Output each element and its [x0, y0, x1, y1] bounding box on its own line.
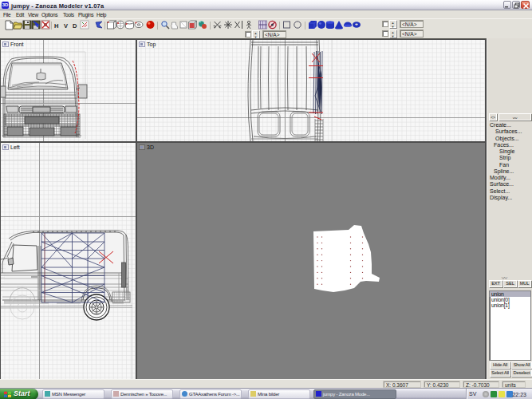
svg-text:D: D	[73, 22, 77, 30]
svg-text:V: V	[64, 22, 68, 30]
svg-text:H: H	[54, 22, 58, 30]
